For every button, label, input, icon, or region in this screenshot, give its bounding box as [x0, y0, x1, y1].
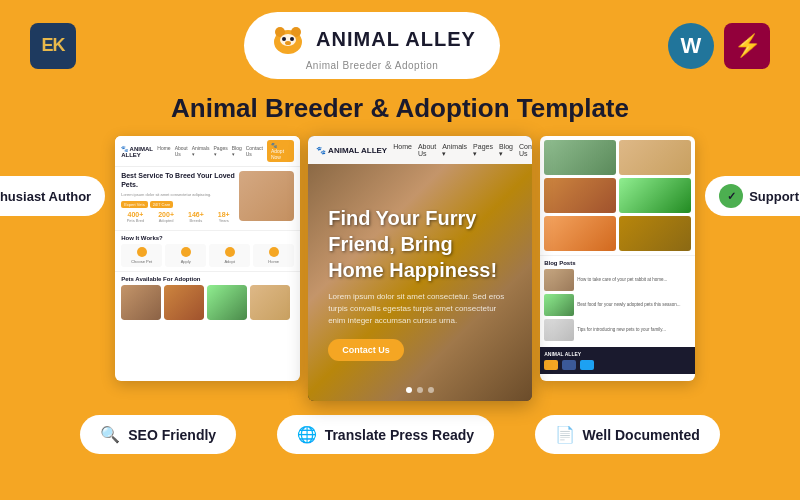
blog-title: Blog Posts — [544, 260, 691, 266]
right-img-3 — [544, 178, 616, 213]
left-hero-section: Best Service To Breed Your Loved Pets. L… — [115, 167, 300, 230]
blog-items: How to take care of your pet rabbit at h… — [544, 269, 691, 341]
footer-brand: ANIMAL ALLEY — [544, 351, 581, 357]
pet-card-3 — [207, 285, 247, 320]
check-icon: ✓ — [719, 184, 743, 208]
blog-item-3: Tips for introducing new pets to your fa… — [544, 319, 691, 341]
center-nav-logo: 🐾 ANIMAL ALLEY — [316, 146, 387, 155]
blog-item-1: How to take care of your pet rabbit at h… — [544, 269, 691, 291]
enthusiast-author-badge: ⚡ Enthusiast Author — [0, 176, 105, 216]
pet-card-2 — [164, 285, 204, 320]
how-it-works-title: How It Works? — [121, 235, 294, 241]
pet-card-1 — [121, 285, 161, 320]
enthusiast-label: Enthusiast Author — [0, 189, 91, 204]
preview-left-screen: 🐾 ANIMAL ALLEY Home About Us Animals ▾ P… — [115, 136, 300, 381]
seo-friendly-badge: 🔍 SEO Friendly — [80, 415, 236, 454]
pets-available-section: Pets Available For Adoption — [115, 271, 300, 324]
right-footer: ANIMAL ALLEY — [540, 347, 695, 374]
center-nav-links: Home About Us Animals ▾ Pages ▾ Blog ▾ C… — [393, 143, 532, 158]
support-maverik-badge: ✓ Support Maverik — [705, 176, 800, 216]
dot-1 — [406, 387, 412, 393]
dot-2 — [417, 387, 423, 393]
hero-title: Find Your Furry Friend, Bring Home Happi… — [328, 205, 512, 283]
left-hero-rabbit-img — [239, 171, 294, 221]
right-photo-grid — [540, 136, 695, 255]
logo-subtitle: Animal Breeder & Adoption — [306, 60, 439, 71]
translate-label: Translate Press Ready — [325, 427, 474, 443]
blog-img-2 — [544, 294, 574, 316]
left-nav-logo: 🐾 ANIMAL ALLEY — [121, 145, 153, 158]
right-img-4 — [619, 178, 691, 213]
ek-logo: EK — [30, 23, 76, 69]
dot-3 — [428, 387, 434, 393]
blog-img-3 — [544, 319, 574, 341]
how-it-works-section: How It Works? Choose Pet Apply Adopt — [115, 230, 300, 271]
right-img-6 — [619, 216, 691, 251]
preview-center-screen: 🐾 ANIMAL ALLEY Home About Us Animals ▾ P… — [308, 136, 532, 401]
center-logo: ANIMAL ALLEY Animal Breeder & Adoption — [244, 12, 500, 79]
svg-point-5 — [290, 37, 294, 41]
preview-right-screen: Blog Posts How to take care of your pet … — [540, 136, 695, 381]
screens-container: 🐾 ANIMAL ALLEY Home About Us Animals ▾ P… — [115, 136, 695, 401]
page-title: Animal Breeder & Adoption Template — [0, 93, 800, 124]
support-label: Support Maverik — [749, 189, 800, 204]
translate-press-badge: 🌐 Translate Press Ready — [277, 415, 494, 454]
svg-point-6 — [285, 41, 291, 45]
hero-subtitle: Lorem ipsum dolor sit amet consectetur. … — [328, 291, 512, 327]
contact-us-button[interactable]: Contact Us — [328, 339, 404, 361]
right-blog-section: Blog Posts How to take care of your pet … — [540, 255, 695, 345]
pets-available-title: Pets Available For Adoption — [121, 276, 294, 282]
center-preview-nav: 🐾 ANIMAL ALLEY Home About Us Animals ▾ P… — [308, 136, 532, 164]
well-documented-badge: 📄 Well Documented — [535, 415, 720, 454]
docs-icon: 📄 — [555, 425, 575, 444]
hero-content: Find Your Furry Friend, Bring Home Happi… — [308, 205, 532, 361]
left-nav-items: Home About Us Animals ▾ Pages ▾ Blog ▾ C… — [157, 145, 263, 157]
animal-logo-icon — [268, 20, 308, 58]
left-preview-nav: 🐾 ANIMAL ALLEY Home About Us Animals ▾ P… — [115, 136, 300, 167]
documented-label: Well Documented — [583, 427, 700, 443]
blog-img-1 — [544, 269, 574, 291]
logo-text: ANIMAL ALLEY — [316, 28, 476, 51]
bottom-badges: 🔍 SEO Friendly 🌐 Translate Press Ready 📄… — [0, 401, 800, 468]
right-img-1 — [544, 140, 616, 175]
seo-icon: 🔍 — [100, 425, 120, 444]
blog-item-2: Best food for your newly adopted pets th… — [544, 294, 691, 316]
right-img-2 — [619, 140, 691, 175]
middle-section: ⚡ Enthusiast Author 🐾 ANIMAL ALLEY Home … — [0, 136, 800, 401]
carousel-dots — [406, 387, 434, 393]
left-service-title: Best Service To Breed Your Loved Pets. — [121, 171, 235, 189]
center-hero: Find Your Furry Friend, Bring Home Happi… — [308, 164, 532, 401]
right-img-5 — [544, 216, 616, 251]
translate-icon: 🌐 — [297, 425, 317, 444]
right-logos: W ⚡ — [668, 23, 770, 69]
pet-card-4 — [250, 285, 290, 320]
center-logo-top: ANIMAL ALLEY — [268, 20, 476, 58]
wordpress-logo: W — [668, 23, 714, 69]
seo-label: SEO Friendly — [128, 427, 216, 443]
elementor-logo: ⚡ — [724, 23, 770, 69]
top-bar: EK ANIMAL ALLEY Animal Breeder & Adoptio… — [0, 0, 800, 91]
svg-point-4 — [282, 37, 286, 41]
